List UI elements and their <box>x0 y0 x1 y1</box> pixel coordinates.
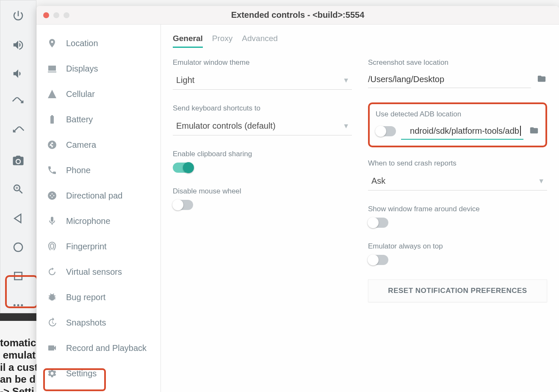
sidebar-item-label: Location <box>66 39 98 48</box>
location-pin-icon <box>47 38 58 49</box>
mousewheel-label: Disable mouse wheel <box>173 187 352 196</box>
sidebar-item-label: Microphone <box>66 216 111 226</box>
tabs: General Proxy Advanced <box>173 34 547 48</box>
tab-general[interactable]: General <box>173 34 203 48</box>
sidebar-item-label: Phone <box>66 166 91 175</box>
svg-point-0 <box>14 243 22 251</box>
dpad-icon <box>47 190 58 201</box>
volume-down-icon[interactable] <box>6 66 31 81</box>
battery-icon <box>47 114 58 125</box>
svg-point-2 <box>14 304 16 306</box>
cellular-icon <box>47 88 58 99</box>
sidebar-item-settings[interactable]: Settings <box>36 361 161 386</box>
sidebar-item-label: Record and Playback <box>66 343 147 353</box>
sidebar-item-label: Battery <box>66 115 93 124</box>
microphone-icon <box>47 215 58 226</box>
crash-select[interactable]: Ask ▼ <box>368 172 547 190</box>
shortcuts-label: Send keyboard shortcuts to <box>173 104 352 113</box>
sidebar-item-label: Settings <box>66 369 97 378</box>
camera-icon[interactable] <box>6 153 31 168</box>
adb-label: Use detected ADB location <box>376 110 540 119</box>
gear-icon <box>47 368 58 379</box>
volume-up-icon[interactable] <box>6 37 31 52</box>
sidebar-item-label: Snapshots <box>66 318 106 328</box>
camera-aperture-icon <box>47 139 58 150</box>
sidebar-item-label: Camera <box>66 140 96 150</box>
crash-label: When to send crash reports <box>368 159 547 168</box>
screenshot-label: Screenshot save location <box>368 58 547 67</box>
folder-browse-button[interactable] <box>529 126 540 137</box>
dropdown-arrow-icon: ▼ <box>343 77 349 84</box>
dropdown-arrow-icon: ▼ <box>343 122 349 130</box>
sidebar-item-directional-pad[interactable]: Directional pad <box>36 183 161 208</box>
power-icon[interactable] <box>6 8 31 23</box>
history-icon <box>47 317 58 328</box>
fingerprint-icon <box>47 241 58 252</box>
sidebar-item-displays[interactable]: Displays <box>36 56 161 81</box>
background-scroll-edge <box>0 313 36 321</box>
highlight-adb-section: Use detected ADB location ndroid/sdk/pla… <box>368 102 547 147</box>
svg-point-4 <box>21 304 23 306</box>
display-icon <box>47 63 58 74</box>
theme-value: Light <box>176 75 194 85</box>
adb-path-value: ndroid/sdk/platform-tools/adb <box>410 126 519 136</box>
sidebar-item-phone[interactable]: Phone <box>36 157 161 183</box>
sidebar-item-virtual-sensors[interactable]: Virtual sensors <box>36 259 161 284</box>
shortcuts-value: Emulator controls (default) <box>176 121 276 131</box>
mousewheel-toggle[interactable] <box>173 200 193 210</box>
more-icon[interactable] <box>6 298 31 313</box>
home-circle-icon[interactable] <box>6 240 31 255</box>
sidebar-item-battery[interactable]: Battery <box>36 107 161 132</box>
sidebar-item-location[interactable]: Location <box>36 30 161 56</box>
rotate-right-icon[interactable] <box>6 124 31 139</box>
screenshot-path: /Users/lang/Desktop <box>368 71 531 88</box>
tab-advanced[interactable]: Advanced <box>242 34 278 48</box>
sidebar: Location Displays Cellular Battery Camer… <box>36 25 161 392</box>
theme-select[interactable]: Light ▼ <box>173 71 352 90</box>
rotate-left-icon[interactable] <box>6 95 31 110</box>
back-triangle-icon[interactable] <box>6 211 31 226</box>
sidebar-item-label: Bug report <box>66 293 105 302</box>
sidebar-item-label: Cellular <box>66 89 95 99</box>
sidebar-item-snapshots[interactable]: Snapshots <box>36 310 161 335</box>
sidebar-item-label: Directional pad <box>66 191 122 201</box>
adb-detected-toggle[interactable] <box>376 126 396 136</box>
folder-browse-button[interactable] <box>536 74 547 85</box>
titlebar: Extended controls - <build>:5554 <box>36 6 559 25</box>
sidebar-item-label: Displays <box>66 64 98 74</box>
sidebar-item-record-playback[interactable]: Record and Playback <box>36 335 161 361</box>
crash-value: Ask <box>371 176 385 186</box>
bug-icon <box>47 292 58 303</box>
sidebar-item-microphone[interactable]: Microphone <box>36 208 161 234</box>
always-top-toggle[interactable] <box>368 255 388 265</box>
svg-point-3 <box>17 304 19 306</box>
sidebar-item-fingerprint[interactable]: Fingerprint <box>36 234 161 259</box>
shortcuts-select[interactable]: Emulator controls (default) ▼ <box>173 117 352 135</box>
left-column: Emulator window theme Light ▼ Send keybo… <box>173 58 352 302</box>
svg-rect-1 <box>14 273 22 280</box>
sidebar-item-label: Fingerprint <box>66 242 107 251</box>
show-frame-label: Show window frame around device <box>368 205 547 213</box>
background-cropped-text: tomatic emulat il a cust an be d -> Sett… <box>0 337 38 392</box>
sidebar-item-camera[interactable]: Camera <box>36 132 161 157</box>
tab-proxy[interactable]: Proxy <box>212 34 233 48</box>
video-icon <box>47 342 58 353</box>
window-title: Extended controls - <build>:5554 <box>36 10 559 20</box>
right-column: Screenshot save location /Users/lang/Des… <box>368 58 547 302</box>
phone-icon <box>47 165 58 176</box>
adb-path-input[interactable]: ndroid/sdk/platform-tools/adb <box>401 123 523 140</box>
zoom-icon[interactable] <box>6 182 31 197</box>
sidebar-item-cellular[interactable]: Cellular <box>36 81 161 107</box>
overview-square-icon[interactable] <box>6 268 31 284</box>
sidebar-item-bug-report[interactable]: Bug report <box>36 284 161 310</box>
clipboard-toggle[interactable] <box>173 163 193 173</box>
clipboard-label: Enable clipboard sharing <box>173 150 352 158</box>
reset-notifications-button[interactable]: RESET NOTIFICATION PREFERENCES <box>368 279 547 302</box>
sidebar-item-label: Virtual sensors <box>66 267 122 277</box>
settings-panel: General Proxy Advanced Emulator window t… <box>161 25 559 392</box>
always-top-label: Emulator always on top <box>368 242 547 251</box>
dropdown-arrow-icon: ▼ <box>538 177 545 185</box>
theme-label: Emulator window theme <box>173 58 352 67</box>
rotation-icon <box>47 266 58 277</box>
show-frame-toggle[interactable] <box>368 218 388 228</box>
